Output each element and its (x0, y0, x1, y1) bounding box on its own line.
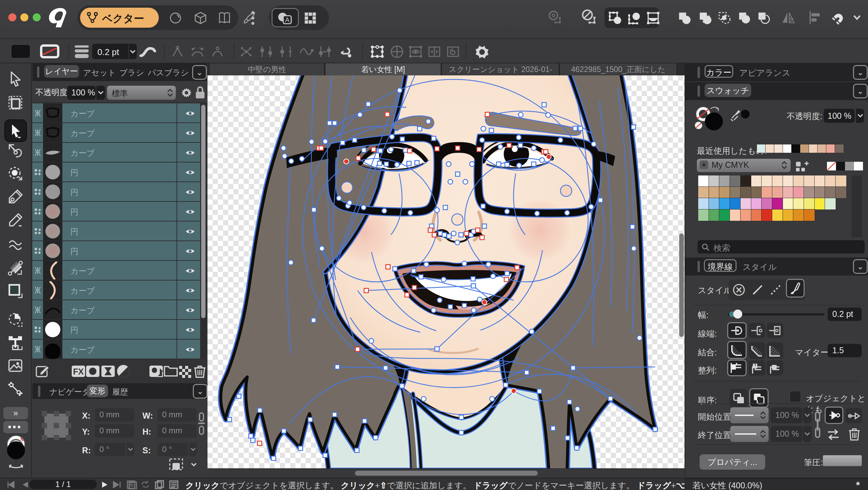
svg-text:FX: FX (73, 367, 84, 376)
svg-text:A: A (285, 16, 289, 23)
